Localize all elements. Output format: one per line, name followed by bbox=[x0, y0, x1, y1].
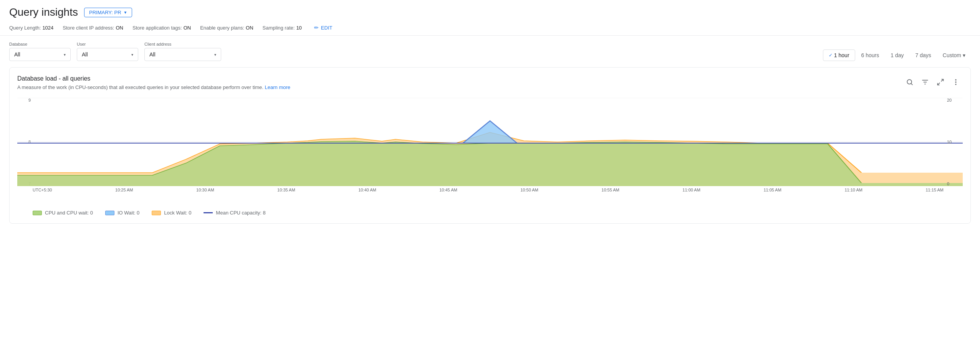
search-icon bbox=[906, 78, 914, 86]
pencil-icon: ✏ bbox=[314, 25, 319, 31]
svg-line-5 bbox=[941, 79, 944, 82]
primary-badge-button[interactable]: PRIMARY: PR ▼ bbox=[84, 8, 132, 17]
filter-icon bbox=[921, 78, 929, 86]
main-chart-svg bbox=[17, 98, 963, 186]
query-plans-label: Enable query plans: bbox=[200, 25, 244, 31]
legend-lock: Lock Wait: 0 bbox=[152, 210, 191, 216]
x-label-4: 10:40 AM bbox=[358, 188, 376, 192]
x-axis: UTC+5:30 10:25 AM 10:30 AM 10:35 AM 10:4… bbox=[33, 188, 944, 192]
x-label-9: 11:05 AM bbox=[763, 188, 781, 192]
chart-toolbar bbox=[903, 75, 963, 89]
custom-label: Custom bbox=[943, 52, 961, 58]
chevron-down-icon: ▾ bbox=[963, 52, 965, 58]
x-label-5: 10:45 AM bbox=[439, 188, 457, 192]
database-label: Database bbox=[9, 42, 71, 46]
query-length-item: Query Length: 1024 bbox=[9, 25, 53, 31]
svg-point-0 bbox=[907, 79, 912, 84]
legend-io: IO Wait: 0 bbox=[105, 210, 139, 216]
legend-cpu-label: CPU and CPU wait: 0 bbox=[45, 210, 93, 216]
edit-label: EDIT bbox=[321, 25, 333, 31]
client-address-select[interactable]: All ▾ bbox=[144, 48, 221, 61]
x-label-3: 10:35 AM bbox=[277, 188, 295, 192]
sampling-rate-item: Sampling rate: 10 bbox=[263, 25, 302, 31]
x-label-0: UTC+5:30 bbox=[33, 188, 52, 192]
time-range-group: ✓ 1 hour 6 hours 1 day 7 days Custom ▾ bbox=[823, 49, 971, 61]
svg-point-8 bbox=[955, 81, 956, 82]
user-value: All bbox=[82, 51, 88, 58]
y-right-top: 20 bbox=[947, 98, 963, 102]
time-btn-1day[interactable]: 1 day bbox=[885, 50, 909, 61]
database-value: All bbox=[14, 51, 20, 58]
chart-container: 9 8 7 bbox=[17, 98, 963, 205]
legend-cpu: CPU and CPU wait: 0 bbox=[33, 210, 93, 216]
chevron-down-icon: ▾ bbox=[64, 53, 66, 57]
search-chart-button[interactable] bbox=[903, 75, 917, 89]
store-ip-label: Store client IP address: bbox=[63, 25, 114, 31]
more-options-button[interactable] bbox=[949, 75, 963, 89]
x-label-10: 11:10 AM bbox=[844, 188, 862, 192]
store-tags-value: ON bbox=[184, 25, 191, 31]
time-btn-custom[interactable]: Custom ▾ bbox=[937, 50, 971, 61]
y-right-mid: 10 bbox=[947, 140, 963, 144]
chart-subtitle-text: A measure of the work (in CPU-seconds) t… bbox=[17, 84, 263, 90]
x-label-11: 11:15 AM bbox=[925, 188, 943, 192]
filters-row: Database All ▾ User All ▾ Client address… bbox=[0, 36, 980, 67]
time-btn-1hour[interactable]: ✓ 1 hour bbox=[823, 49, 855, 61]
learn-more-link[interactable]: Learn more bbox=[265, 84, 290, 90]
client-address-label: Client address bbox=[144, 42, 221, 46]
chart-title: Database load - all queries bbox=[17, 75, 290, 82]
svg-point-7 bbox=[955, 79, 956, 81]
more-vert-icon bbox=[952, 78, 960, 86]
query-plans-value: ON bbox=[246, 25, 253, 31]
legend-mean-cpu-line bbox=[204, 212, 213, 213]
svg-point-9 bbox=[955, 84, 956, 85]
svg-line-6 bbox=[938, 83, 940, 85]
database-select[interactable]: All ▾ bbox=[9, 48, 71, 61]
legend-mean-cpu: Mean CPU capacity: 8 bbox=[204, 210, 265, 216]
y-axis-right: 20 10 0 bbox=[945, 98, 963, 186]
time-btn-6hours[interactable]: 6 hours bbox=[856, 50, 885, 61]
legend-lock-color bbox=[152, 211, 161, 215]
time-6hours-label: 6 hours bbox=[861, 52, 879, 58]
chevron-down-icon: ▾ bbox=[214, 53, 216, 57]
query-plans-item: Enable query plans: ON bbox=[200, 25, 253, 31]
y-right-bot: 0 bbox=[947, 181, 963, 186]
chart-legend: CPU and CPU wait: 0 IO Wait: 0 Lock Wait… bbox=[17, 205, 963, 216]
sampling-value: 10 bbox=[296, 25, 301, 31]
user-label: User bbox=[77, 42, 138, 46]
chart-title-area: Database load - all queries A measure of… bbox=[17, 75, 290, 98]
time-1day-label: 1 day bbox=[891, 52, 904, 58]
expand-icon bbox=[937, 78, 944, 86]
legend-mean-cpu-label: Mean CPU capacity: 8 bbox=[216, 210, 265, 216]
user-select[interactable]: All ▾ bbox=[77, 48, 138, 61]
store-ip-value: ON bbox=[116, 25, 123, 31]
x-label-6: 10:50 AM bbox=[520, 188, 538, 192]
chevron-down-icon: ▼ bbox=[124, 10, 127, 15]
sampling-label: Sampling rate: bbox=[263, 25, 295, 31]
chart-card: Database load - all queries A measure of… bbox=[9, 67, 971, 224]
query-length-value: 1024 bbox=[42, 25, 53, 31]
time-7days-label: 7 days bbox=[915, 52, 931, 58]
filter-chart-button[interactable] bbox=[918, 75, 932, 89]
legend-cpu-color bbox=[33, 211, 42, 215]
expand-chart-button[interactable] bbox=[934, 75, 947, 89]
client-address-filter: Client address All ▾ bbox=[144, 42, 221, 61]
query-length-label: Query Length: bbox=[9, 25, 41, 31]
legend-io-label: IO Wait: 0 bbox=[118, 210, 139, 216]
chart-subtitle: A measure of the work (in CPU-seconds) t… bbox=[17, 84, 290, 90]
store-ip-item: Store client IP address: ON bbox=[63, 25, 123, 31]
time-btn-7days[interactable]: 7 days bbox=[910, 50, 937, 61]
x-label-7: 10:55 AM bbox=[601, 188, 619, 192]
client-address-value: All bbox=[149, 51, 156, 58]
metadata-bar: Query Length: 1024 Store client IP addre… bbox=[0, 21, 980, 36]
x-label-1: 10:25 AM bbox=[115, 188, 133, 192]
svg-line-1 bbox=[911, 84, 913, 85]
time-1hour-label: 1 hour bbox=[834, 52, 849, 58]
x-label-2: 10:30 AM bbox=[196, 188, 214, 192]
page-title: Query insights bbox=[9, 6, 78, 18]
chevron-down-icon: ▾ bbox=[131, 53, 133, 57]
store-tags-item: Store application tags: ON bbox=[132, 25, 191, 31]
legend-lock-label: Lock Wait: 0 bbox=[164, 210, 191, 216]
edit-button[interactable]: ✏ EDIT bbox=[314, 25, 333, 31]
user-filter: User All ▾ bbox=[77, 42, 138, 61]
